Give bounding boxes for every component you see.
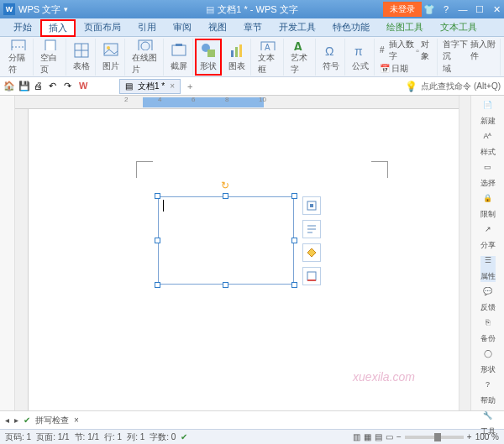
spellcheck-icon[interactable]: ✔ [181,432,187,441]
tab-review[interactable]: 审阅 [165,18,200,36]
view-print-icon[interactable]: ▥ [353,432,360,441]
ruler-mark: 8 [225,96,228,103]
zoom-slider[interactable] [405,436,464,439]
panel-feedback[interactable]: 💬反馈 [480,287,496,313]
redo-icon[interactable]: ↷ [64,81,76,92]
undo-icon[interactable]: ↶ [49,81,60,92]
tab-reference[interactable]: 引用 [129,18,165,36]
tab-devtools[interactable]: 开发工具 [270,18,324,36]
minimize-icon[interactable]: — [455,2,470,17]
ribbon-table[interactable]: 表格 [68,39,96,76]
command-search[interactable]: 💡 点此查找命令 (Alt+Q) [405,81,501,92]
ribbon-date[interactable]: 📅日期 [380,63,433,75]
spell-close-icon[interactable]: × [74,415,79,425]
home-icon[interactable]: 🏠 [3,81,15,92]
wrap-text-button[interactable] [302,220,321,238]
ribbon-wordart[interactable]: A艺术字 [286,39,316,76]
tab-pagelayout[interactable]: 页面布局 [76,18,129,36]
resize-handle[interactable] [155,193,160,199]
tab-drawtools[interactable]: 绘图工具 [378,18,432,36]
ribbon-equation[interactable]: π公式 [347,39,375,76]
vertical-ruler[interactable] [15,109,29,410]
tab-texttools[interactable]: 文本工具 [432,18,486,36]
panel-new[interactable]: 📄新建 [480,101,496,127]
tab-section[interactable]: 章节 [235,18,270,36]
save-icon[interactable]: 💾 [18,81,30,92]
skin-icon[interactable]: 👕 [422,2,437,17]
maximize-icon[interactable]: ☐ [472,2,487,17]
status-pages[interactable]: 页面: 1/1 [36,431,69,443]
resize-handle[interactable] [291,238,297,243]
ribbon-dropcap[interactable]: 首字下沉 插入附件 [443,39,496,62]
close-icon[interactable]: ✕ [489,2,504,17]
resize-handle[interactable] [223,282,228,288]
app-icon: W [3,3,15,15]
panel-help[interactable]: ?帮助 [480,380,496,406]
ribbon-picture[interactable]: 图片 [97,39,125,76]
ribbon-chart[interactable]: 图表 [223,39,251,76]
ribbon-textbox[interactable]: A文本框 [253,39,283,76]
ribbon-stack-1: #插入数字 ▫对象 📅日期 [376,39,438,76]
zoom-level[interactable]: 100 % [475,432,499,441]
document-tab[interactable]: ▤ 文档1 * × [119,79,181,94]
zoom-thumb[interactable] [434,433,441,441]
fill-color-button[interactable] [302,243,321,262]
wps-icon[interactable]: W [79,81,91,92]
tab-insert[interactable]: 插入 [40,19,76,37]
print-icon[interactable]: 🖨 [34,81,45,92]
svg-marker-27 [307,248,316,257]
ribbon-blankpage[interactable]: 空白页 [35,39,66,76]
ribbon-insertnum[interactable]: #插入数字 ▫对象 [380,39,433,62]
status-section[interactable]: 节: 1/1 [75,431,99,443]
svg-rect-2 [45,40,55,50]
status-page[interactable]: 页码: 1 [5,431,31,443]
tab-features[interactable]: 特色功能 [324,18,378,36]
ribbon-onlinepic[interactable]: 在线图片 [127,39,164,76]
help-icon[interactable]: ? [438,2,454,17]
panel-limit[interactable]: 🔒限制 [480,194,496,220]
resize-handle[interactable] [291,193,297,199]
selected-shape[interactable]: ↻ [158,196,294,285]
zoom-out-icon[interactable]: − [396,432,402,441]
tab-view[interactable]: 视图 [200,18,235,36]
panel-share[interactable]: ↗分享 [480,225,496,251]
shape-rectangle[interactable] [158,196,294,285]
panel-shapes[interactable]: ◯形状 [480,349,496,375]
page: ↻ xuexila.com [35,116,438,404]
ribbon-symbol[interactable]: Ω符号 [318,39,345,76]
panel-style[interactable]: Aᴬ样式 [480,132,496,158]
menu-tabs: 开始 插入 页面布局 引用 审阅 视图 章节 开发工具 特色功能 绘图工具 文本… [0,18,504,37]
ribbon-screenshot[interactable]: 截屏 [165,39,193,76]
spell-label[interactable]: 拼写检查 [35,415,69,426]
vertical-scrollbar[interactable] [459,96,470,410]
svg-text:A: A [293,40,303,50]
panel-backup[interactable]: ⎘备份 [480,318,496,344]
ribbon-breaks[interactable]: 分隔符 [3,39,34,76]
layout-options-button[interactable] [302,196,321,215]
panel-properties[interactable]: ☰属性 [480,256,496,282]
title-dropdown-icon[interactable]: ▾ [64,5,68,13]
ribbon-shapes[interactable]: 形状 [195,39,222,76]
login-button[interactable]: 未登录 [383,2,422,17]
view-web-icon[interactable]: ▦ [364,432,371,441]
view-read-icon[interactable]: ▭ [386,432,393,441]
resize-handle[interactable] [223,193,228,199]
view-outline-icon[interactable]: ▤ [375,432,382,441]
horizontal-ruler[interactable]: 2 4 6 8 10 [15,96,459,109]
tab-close-icon[interactable]: × [170,81,175,91]
spell-next-icon[interactable]: ▸ [14,415,18,425]
add-tab-icon[interactable]: + [187,81,192,91]
tab-start[interactable]: 开始 [5,18,40,36]
rotate-handle-icon[interactable]: ↻ [221,180,231,190]
left-strip [0,96,15,410]
ribbon-field[interactable]: 域 [443,63,496,75]
zoom-in-icon[interactable]: + [467,432,472,441]
panel-select[interactable]: ▭选择 [480,163,496,189]
canvas[interactable]: 2 4 6 8 10 ↻ [15,96,459,410]
spell-prev-icon[interactable]: ◂ [5,415,9,425]
status-words[interactable]: 字数: 0 [150,431,176,443]
resize-handle[interactable] [155,238,160,243]
outline-color-button[interactable] [302,267,321,285]
resize-handle[interactable] [155,282,160,288]
resize-handle[interactable] [291,282,297,288]
